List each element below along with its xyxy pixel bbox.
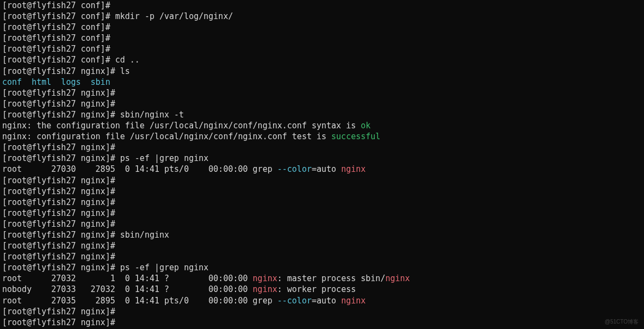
terminal-line: [root@flyfish27 conf]# mkdir -p /var/log…	[2, 11, 642, 22]
terminal-line: [root@flyfish27 nginx]#	[2, 197, 642, 208]
terminal-line: [root@flyfish27 nginx]#	[2, 317, 642, 328]
ps-line: root 27030 2895 0 14:41 pts/0 00:00:00 g…	[2, 164, 642, 175]
terminal-line: [root@flyfish27 conf]# cd ..	[2, 54, 642, 65]
ps-line: nobody 27033 27032 0 14:41 ? 00:00:00 ng…	[2, 284, 642, 295]
terminal-line: [root@flyfish27 nginx]# ps -ef |grep ngi…	[2, 153, 642, 164]
terminal-output[interactable]: [root@flyfish27 conf]# [root@flyfish27 c…	[0, 0, 644, 328]
terminal-line: [root@flyfish27 nginx]#	[2, 240, 642, 251]
terminal-line: [root@flyfish27 nginx]#	[2, 186, 642, 197]
terminal-line: [root@flyfish27 nginx]# ps -ef |grep ngi…	[2, 262, 642, 273]
ps-line: root 27035 2895 0 14:41 pts/0 00:00:00 g…	[2, 295, 642, 306]
terminal-line: [root@flyfish27 nginx]#	[2, 251, 642, 262]
terminal-line: [root@flyfish27 nginx]#	[2, 175, 642, 186]
terminal-line: [root@flyfish27 nginx]# sbin/nginx	[2, 229, 642, 240]
ps-line: root 27032 1 0 14:41 ? 00:00:00 nginx: m…	[2, 273, 642, 284]
terminal-line: [root@flyfish27 nginx]#	[2, 208, 642, 219]
terminal-line: [root@flyfish27 nginx]#	[2, 142, 642, 153]
terminal-line: [root@flyfish27 conf]#	[2, 44, 642, 54]
terminal-line: [root@flyfish27 nginx]# sbin/nginx -t	[2, 109, 642, 120]
terminal-line: [root@flyfish27 conf]#	[2, 22, 642, 33]
watermark: @51CTO博客	[605, 318, 639, 326]
nginx-test-output: nginx: configuration file /usr/local/ngi…	[2, 131, 642, 142]
ls-output: conf html logs sbin	[2, 77, 642, 88]
terminal-line: [root@flyfish27 nginx]#	[2, 219, 642, 229]
terminal-line: [root@flyfish27 nginx]#	[2, 88, 642, 98]
terminal-line: [root@flyfish27 nginx]#	[2, 306, 642, 317]
terminal-line: [root@flyfish27 nginx]# ls	[2, 66, 642, 77]
terminal-line: [root@flyfish27 conf]#	[2, 0, 642, 11]
terminal-line: [root@flyfish27 nginx]#	[2, 98, 642, 109]
terminal-line: [root@flyfish27 conf]#	[2, 33, 642, 44]
nginx-test-output: nginx: the configuration file /usr/local…	[2, 120, 642, 131]
